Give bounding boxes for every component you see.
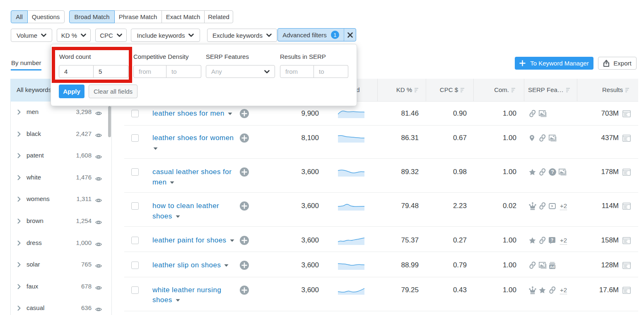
svg-text:?: ? bbox=[551, 237, 553, 242]
svg-text:Ad: Ad bbox=[550, 264, 555, 269]
svg-text:?: ? bbox=[551, 169, 554, 175]
